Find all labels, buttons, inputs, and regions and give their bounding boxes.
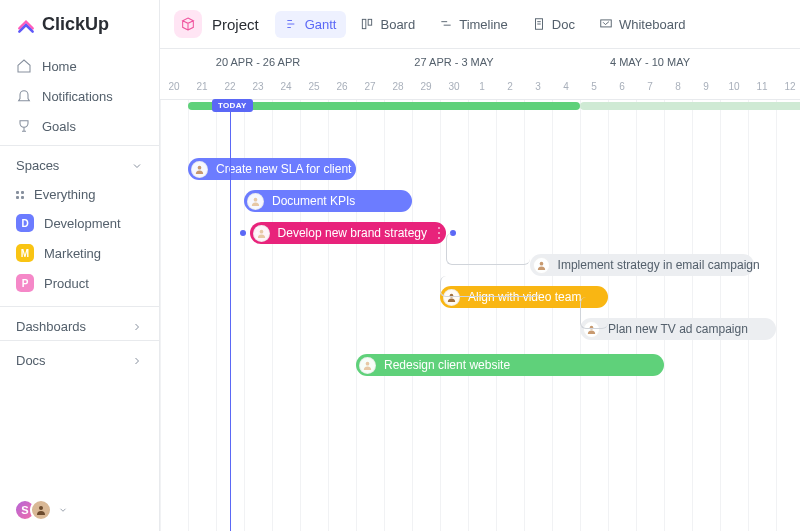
today-label: TODAY bbox=[212, 99, 253, 112]
task-bar-tvad[interactable]: Plan new TV ad campaign bbox=[580, 318, 776, 340]
task-bar-video[interactable]: Align with video team bbox=[440, 286, 608, 308]
project-title[interactable]: Project bbox=[212, 16, 259, 33]
day-cell: 28 bbox=[384, 75, 412, 99]
day-cell: 4 bbox=[552, 75, 580, 99]
dependency-handle[interactable] bbox=[240, 230, 246, 236]
week-label: 4 MAY - 10 MAY bbox=[552, 56, 748, 68]
caret-down-icon bbox=[58, 505, 68, 515]
tab-whiteboard[interactable]: Whiteboard bbox=[589, 11, 695, 38]
tab-gantt[interactable]: Gantt bbox=[275, 11, 347, 38]
assignee-avatar bbox=[533, 257, 550, 274]
day-cell: 29 bbox=[412, 75, 440, 99]
day-cell: 1 bbox=[468, 75, 496, 99]
day-cell: 27 bbox=[356, 75, 384, 99]
brand-name: ClickUp bbox=[42, 14, 109, 35]
day-cell: 5 bbox=[580, 75, 608, 99]
clickup-logo-icon bbox=[16, 15, 36, 35]
day-cell: 2 bbox=[496, 75, 524, 99]
day-cell: 9 bbox=[692, 75, 720, 99]
cube-icon bbox=[180, 16, 196, 32]
task-bar-sla[interactable]: Create new SLA for client bbox=[188, 158, 356, 180]
docs-header[interactable]: Docs bbox=[0, 340, 159, 374]
summary-bar bbox=[580, 102, 800, 110]
svg-rect-1 bbox=[363, 19, 367, 28]
day-cell: 30 bbox=[440, 75, 468, 99]
chevron-right-icon bbox=[131, 355, 143, 367]
assignee-avatar bbox=[583, 321, 600, 338]
day-cell: 20 bbox=[160, 75, 188, 99]
today-line bbox=[230, 100, 231, 531]
topbar: Project Gantt Board Timeline Doc Whitebo… bbox=[160, 0, 800, 49]
nav-home[interactable]: Home bbox=[8, 51, 151, 81]
task-label: Align with video team bbox=[468, 290, 581, 304]
assignee-avatar bbox=[443, 289, 460, 306]
svg-point-5 bbox=[198, 165, 202, 169]
day-cell: 6 bbox=[608, 75, 636, 99]
space-marketing[interactable]: M Marketing bbox=[8, 238, 151, 268]
day-cell: 22 bbox=[216, 75, 244, 99]
task-label: Create new SLA for client bbox=[216, 162, 351, 176]
svg-rect-4 bbox=[601, 20, 612, 27]
svg-point-10 bbox=[590, 325, 594, 329]
day-cell: 26 bbox=[328, 75, 356, 99]
svg-point-11 bbox=[366, 361, 370, 365]
dashboards-label: Dashboards bbox=[16, 319, 86, 334]
day-cell: 25 bbox=[300, 75, 328, 99]
assignee-avatar bbox=[247, 193, 264, 210]
task-label: Redesign client website bbox=[384, 358, 510, 372]
task-bar-brand[interactable]: Develop new brand strategy bbox=[250, 222, 446, 244]
tab-label: Whiteboard bbox=[619, 17, 685, 32]
sidebar-footer[interactable]: S bbox=[0, 489, 159, 531]
nav-goals[interactable]: Goals bbox=[8, 111, 151, 141]
svg-point-0 bbox=[39, 506, 43, 510]
space-development[interactable]: D Development bbox=[8, 208, 151, 238]
nav-notifications[interactable]: Notifications bbox=[8, 81, 151, 111]
spaces-header[interactable]: Spaces bbox=[0, 145, 159, 179]
day-cell: 24 bbox=[272, 75, 300, 99]
space-label: Product bbox=[44, 276, 89, 291]
nav-notifications-label: Notifications bbox=[42, 89, 113, 104]
timeline-icon bbox=[439, 17, 453, 31]
brand-logo[interactable]: ClickUp bbox=[0, 0, 159, 47]
tab-doc[interactable]: Doc bbox=[522, 11, 585, 38]
task-bar-kpis[interactable]: Document KPIs bbox=[244, 190, 412, 212]
space-product[interactable]: P Product bbox=[8, 268, 151, 298]
nav-goals-label: Goals bbox=[42, 119, 76, 134]
assignee-avatar bbox=[191, 161, 208, 178]
svg-point-9 bbox=[450, 293, 454, 297]
space-everything[interactable]: Everything bbox=[8, 181, 151, 208]
spaces-label: Spaces bbox=[16, 158, 59, 173]
project-icon[interactable] bbox=[174, 10, 202, 38]
doc-icon bbox=[532, 17, 546, 31]
docs-label: Docs bbox=[16, 353, 46, 368]
tab-timeline[interactable]: Timeline bbox=[429, 11, 518, 38]
gantt-chart[interactable]: Create new SLA for clientDocument KPIsDe… bbox=[160, 100, 800, 531]
trophy-icon bbox=[16, 118, 32, 134]
week-row: 20 APR - 26 APR 27 APR - 3 MAY 4 MAY - 1… bbox=[160, 49, 800, 75]
task-bar-redesign[interactable]: Redesign client website bbox=[356, 354, 664, 376]
task-label: Implement strategy in email campaign bbox=[558, 258, 760, 272]
tab-label: Doc bbox=[552, 17, 575, 32]
day-cell: 10 bbox=[720, 75, 748, 99]
day-row: 2021222324252627282930123456789101112 bbox=[160, 75, 800, 99]
svg-point-6 bbox=[254, 197, 258, 201]
primary-nav: Home Notifications Goals bbox=[0, 47, 159, 145]
day-cell: 8 bbox=[664, 75, 692, 99]
chevron-down-icon bbox=[131, 160, 143, 172]
chevron-right-icon bbox=[131, 321, 143, 333]
dashboards-header[interactable]: Dashboards bbox=[0, 306, 159, 340]
space-badge: D bbox=[16, 214, 34, 232]
tab-label: Timeline bbox=[459, 17, 508, 32]
nav-home-label: Home bbox=[42, 59, 77, 74]
space-badge: P bbox=[16, 274, 34, 292]
task-bar-email[interactable]: Implement strategy in email campaign bbox=[530, 254, 754, 276]
week-label: 20 APR - 26 APR bbox=[160, 56, 356, 68]
task-label: Plan new TV ad campaign bbox=[608, 322, 748, 336]
sidebar: ClickUp Home Notifications Goals Spaces bbox=[0, 0, 160, 531]
day-cell: 11 bbox=[748, 75, 776, 99]
task-label: Document KPIs bbox=[272, 194, 355, 208]
day-cell: 21 bbox=[188, 75, 216, 99]
dependency-handle[interactable] bbox=[450, 230, 456, 236]
tab-board[interactable]: Board bbox=[350, 11, 425, 38]
task-label: Develop new brand strategy bbox=[278, 226, 427, 240]
